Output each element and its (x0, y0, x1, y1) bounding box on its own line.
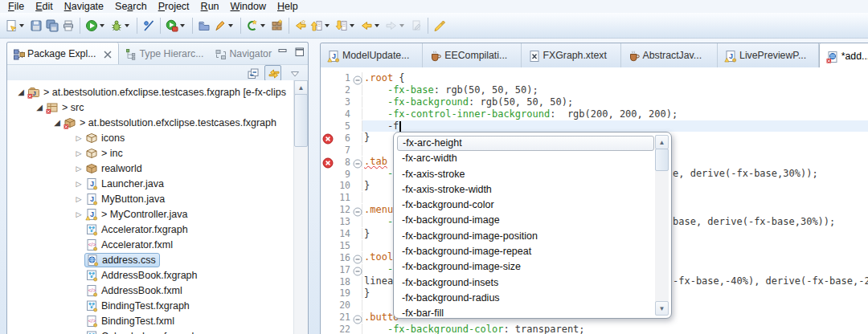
tree-collapsed-arrow-icon[interactable]: ▷ (73, 210, 84, 218)
tree-item[interactable]: AddressBook.fxgraph (7, 267, 308, 283)
tree-collapsed-arrow-icon[interactable]: ▷ (73, 180, 84, 188)
scroll-up-icon[interactable]: ▲ (655, 135, 669, 149)
external-tools-button[interactable] (164, 17, 189, 35)
autocomplete-item[interactable]: -fx-bar-fill (397, 306, 654, 321)
new-package-button[interactable] (269, 17, 285, 35)
run-button[interactable] (84, 17, 108, 35)
tree-item[interactable]: </>BindingTest.fxml (7, 313, 308, 328)
debug-button[interactable] (108, 17, 133, 35)
tree-item[interactable]: ▷JLauncher.java (7, 176, 308, 191)
autocomplete-item[interactable]: -fx-background-image-size (397, 259, 654, 275)
dropdown-arrow-icon[interactable] (325, 24, 330, 27)
dropdown-arrow-icon[interactable] (375, 24, 379, 27)
new-wizard-button[interactable] (3, 17, 28, 35)
close-icon[interactable] (101, 48, 113, 59)
tree-item[interactable]: ◢J> at.bestsolution.efxclipse.testcases.… (7, 84, 308, 100)
tree-item[interactable]: CalendarIcon.fxgraph (7, 328, 308, 334)
tree-collapsed-arrow-icon[interactable]: ▷ (73, 195, 84, 203)
tree-collapsed-arrow-icon[interactable]: ▷ (73, 149, 84, 157)
menu-edit[interactable]: Edit (30, 1, 59, 13)
editor-tab-eecompilati[interactable]: EECompilati... (423, 43, 521, 67)
autocomplete-item[interactable]: -fx-arc-height (397, 136, 654, 151)
view-tab-packageexpl[interactable]: Package Expl... (7, 43, 119, 64)
maximize-icon[interactable] (293, 46, 305, 57)
editor-tab-livepreviewp[interactable]: JLivePreviewP... (718, 43, 819, 67)
dropdown-arrow-icon[interactable] (100, 24, 104, 27)
popup-scrollbar[interactable]: ▲ ▼ (655, 135, 669, 316)
autocomplete-item[interactable]: -fx-axis-stroke-width (397, 182, 654, 198)
code-line[interactable]: 1.root { (321, 72, 868, 84)
autocomplete-item[interactable]: -fx-background-color (397, 198, 654, 213)
previous-annotation-button[interactable] (309, 17, 334, 35)
code-text[interactable]: .root { (362, 72, 868, 84)
code-line[interactable]: 22 -fx-background-color: transparent; (321, 324, 868, 334)
fold-collapse-icon[interactable] (351, 252, 362, 263)
scroll-thumb[interactable] (294, 94, 308, 147)
menu-search[interactable]: Search (109, 1, 153, 13)
code-line[interactable]: 5 -f (321, 120, 868, 132)
autocomplete-item[interactable]: -fx-background-insets (397, 275, 654, 291)
tree-expanded-arrow-icon[interactable]: ◢ (51, 118, 63, 127)
fold-collapse-icon[interactable] (351, 204, 362, 215)
code-text[interactable]: -f (362, 120, 868, 132)
tree-item[interactable]: ▷> inc (7, 145, 308, 161)
code-editor[interactable]: 1.root {2 -fx-base: rgb(50, 50, 50);3 -f… (321, 67, 868, 334)
next-annotation-button[interactable] (334, 17, 358, 35)
tree-collapsed-arrow-icon[interactable]: ▷ (73, 165, 84, 173)
menu-help[interactable]: Help (272, 1, 304, 13)
dropdown-arrow-icon[interactable] (228, 24, 233, 27)
tree-item[interactable]: ▷JMyButton.java (7, 191, 308, 206)
last-edit-location-button[interactable] (408, 17, 424, 35)
editor-tab-modelupdate[interactable]: JModelUpdate... (321, 43, 423, 67)
view-tab-navigator[interactable]: Navigator (209, 43, 277, 64)
editor-tab-abstractjav[interactable]: AbstractJav... (621, 43, 719, 67)
autocomplete-item[interactable]: -fx-background-image-position (397, 229, 654, 244)
previous-edit-button[interactable] (293, 17, 309, 35)
menu-project[interactable]: Project (153, 1, 195, 13)
collapse-all-button[interactable] (244, 66, 260, 80)
fold-collapse-icon[interactable] (351, 157, 362, 166)
tree-item[interactable]: BindingTest.fxgraph (7, 298, 308, 313)
new-class-button[interactable] (244, 17, 269, 35)
tree-item[interactable]: ▷icons (7, 130, 308, 145)
menu-window[interactable]: Window (225, 1, 272, 13)
autocomplete-item[interactable]: -fx-background-image-repeat (397, 244, 654, 259)
fold-collapse-icon[interactable] (351, 72, 362, 84)
link-with-editor-button[interactable] (264, 65, 281, 81)
dropdown-arrow-icon[interactable] (260, 24, 265, 27)
highlighter-button[interactable] (432, 17, 448, 35)
tree-expanded-arrow-icon[interactable]: ◢ (15, 88, 27, 96)
code-text[interactable]: -fx-background: rgb(50, 50, 50); (362, 96, 868, 108)
view-menu-button[interactable] (286, 66, 301, 80)
tree-scrollbar[interactable]: ▲ (293, 80, 308, 334)
forward-button[interactable] (383, 17, 408, 35)
autocomplete-item[interactable]: -fx-background-radius (397, 291, 654, 306)
fold-collapse-icon[interactable] (351, 253, 362, 262)
dropdown-arrow-icon[interactable] (125, 24, 129, 27)
tree-item[interactable]: </>AddressBook.fxml (7, 283, 308, 298)
scroll-down-icon[interactable]: ▼ (655, 301, 669, 316)
print-button[interactable] (60, 17, 76, 35)
tree-item[interactable]: ▷realworld (7, 161, 308, 176)
minimize-icon[interactable] (276, 46, 288, 57)
scroll-thumb[interactable] (655, 149, 669, 171)
dropdown-arrow-icon[interactable] (399, 24, 404, 27)
autocomplete-item[interactable]: -fx-background-image (397, 213, 654, 228)
editor-tab-fxgraphxtext[interactable]: FXGraph.xtext (522, 43, 621, 67)
code-text[interactable]: -fx-background-color: transparent; (362, 324, 868, 334)
tree-item[interactable]: Accelerator.fxgraph (7, 222, 308, 237)
dropdown-arrow-icon[interactable] (19, 24, 24, 27)
fold-collapse-icon[interactable] (351, 157, 362, 168)
menu-run[interactable]: Run (195, 1, 225, 13)
tree-item[interactable]: </>Accelerator.fxml (7, 237, 308, 252)
tree-collapsed-arrow-icon[interactable]: ▷ (73, 134, 84, 142)
code-line[interactable]: 4 -fx-control-inner-background: rgb(200,… (321, 108, 868, 120)
tree-item[interactable]: address.css (7, 252, 308, 267)
fold-collapse-icon[interactable] (351, 265, 362, 274)
tree-item[interactable]: ◢> src (7, 100, 308, 115)
back-button[interactable] (358, 17, 383, 35)
fold-collapse-icon[interactable] (351, 206, 362, 214)
view-tab-typehierarc[interactable]: Type Hierarc... (119, 43, 209, 64)
skip-breakpoints-button[interactable] (141, 17, 157, 35)
fold-collapse-icon[interactable] (351, 312, 362, 323)
